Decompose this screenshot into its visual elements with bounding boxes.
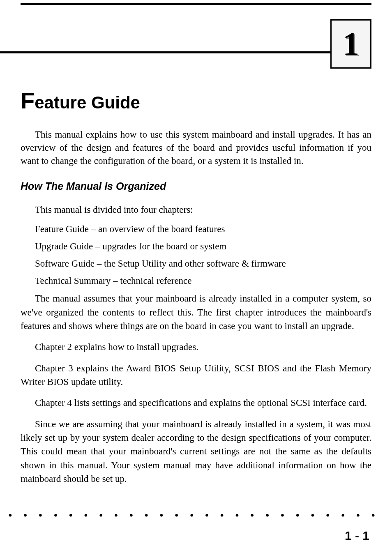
chapter-rule — [0, 51, 330, 53]
chapter-item: Feature Guide – an overview of the board… — [35, 223, 371, 236]
chapter-list-intro: This manual is divided into four chapter… — [21, 205, 371, 215]
body-paragraph: Chapter 3 explains the Award BIOS Setup … — [21, 362, 371, 389]
top-rule — [21, 3, 371, 5]
chapter-item: Technical Summary – technical reference — [35, 274, 371, 288]
title-first-letter: F — [21, 88, 35, 113]
body-paragraph: The manual assumes that your mainboard i… — [21, 292, 371, 333]
page-title: Feature Guide — [21, 87, 371, 114]
chapter-number-box: 1 — [330, 19, 371, 69]
title-rest: eature Guide — [35, 93, 140, 112]
chapter-number: 1 — [343, 25, 359, 63]
page-number: 1 - 1 — [345, 529, 369, 543]
chapter-item: Upgrade Guide – upgrades for the board o… — [35, 240, 371, 253]
body-paragraph: Chapter 2 explains how to install upgrad… — [21, 340, 371, 354]
body-paragraph: Chapter 4 lists settings and specificati… — [21, 396, 371, 410]
page-content: Feature Guide This manual explains how t… — [21, 87, 371, 486]
intro-paragraph: This manual explains how to use this sys… — [21, 128, 371, 168]
body-paragraph: Since we are assuming that your mainboar… — [21, 417, 371, 486]
subheading: How The Manual Is Organized — [21, 180, 371, 192]
chapter-item: Software Guide – the Setup Utility and o… — [35, 257, 371, 270]
footer-dots: • • • • • • • • • • • • • • • • • • • • … — [8, 509, 380, 522]
